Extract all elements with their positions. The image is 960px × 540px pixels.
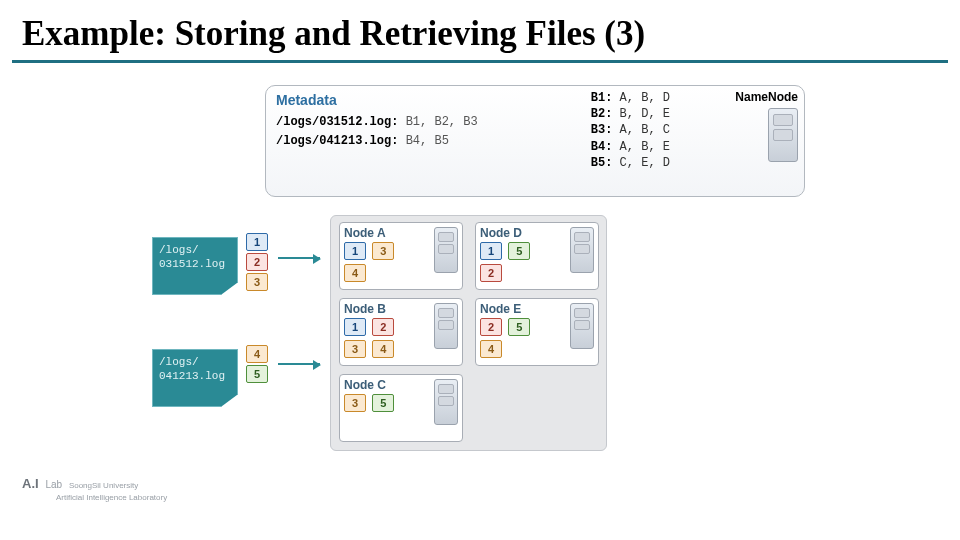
title-divider: [12, 60, 948, 63]
diagram-area: Metadata /logs/031512.log: B1, B2, B3 /l…: [0, 67, 960, 497]
block-chip: 3: [372, 242, 394, 260]
node-d: Node D 1 5 2: [475, 222, 599, 290]
block-chip: 2: [480, 264, 502, 282]
block-chip: 5: [508, 318, 530, 336]
footer-univ: SoongSil University: [69, 481, 138, 490]
file-blocks: B4, B5: [406, 134, 449, 148]
arrow-icon: [278, 363, 320, 365]
file-line: /logs/: [159, 356, 231, 370]
node-row: 1 2: [344, 318, 458, 340]
node-row: 1 5: [480, 242, 594, 264]
input-file-1: /logs/ 031512.log: [152, 237, 238, 295]
block-4: 4: [246, 345, 268, 363]
node-row: 4: [344, 264, 458, 286]
block-5: 5: [246, 365, 268, 383]
server-icon: [768, 108, 798, 162]
block-chip: 1: [344, 318, 366, 336]
node-e: Node E 2 5 4: [475, 298, 599, 366]
node-row: 4: [480, 340, 594, 362]
node-a: Node A 1 3 4: [339, 222, 463, 290]
node-row: 2 5: [480, 318, 594, 340]
block-chip: 4: [480, 340, 502, 358]
file-path: /logs/041213.log:: [276, 134, 398, 148]
file-line: 041213.log: [159, 370, 231, 384]
block-replica-map: B1: A, B, D B2: B, D, E B3: A, B, C B4: …: [591, 90, 670, 171]
block-chip: 2: [372, 318, 394, 336]
lab-footer: A.I Lab SoongSil University Artificial I…: [22, 476, 167, 502]
arrow-icon: [278, 257, 320, 259]
block-chip: 2: [480, 318, 502, 336]
node-row: 1 3: [344, 242, 458, 264]
node-b: Node B 1 2 3 4: [339, 298, 463, 366]
block-3: 3: [246, 273, 268, 291]
block-chip: 3: [344, 394, 366, 412]
page-title: Example: Storing and Retrieving Files (3…: [0, 0, 960, 60]
input-file-2: /logs/ 041213.log: [152, 349, 238, 407]
file-path: /logs/031512.log:: [276, 115, 398, 129]
file-line: 031512.log: [159, 258, 231, 272]
file-line: /logs/: [159, 244, 231, 258]
node-c: Node C 3 5: [339, 374, 463, 442]
footer-brand: A.I: [22, 476, 39, 491]
node-row: 2: [480, 264, 594, 286]
block-chip: 4: [372, 340, 394, 358]
block-2: 2: [246, 253, 268, 271]
footer-lab: Lab: [45, 479, 62, 490]
namenode-area: NameNode: [678, 90, 798, 162]
node-row: 3 4: [344, 340, 458, 362]
footer-lab-full: Artificial Intelligence Laboratory: [56, 493, 167, 502]
block-chip: 3: [344, 340, 366, 358]
block-chip: 4: [344, 264, 366, 282]
namenode-label: NameNode: [678, 90, 798, 104]
datanodes-panel: Node A 1 3 4 Node B 1 2 3 4 Node C: [330, 215, 607, 451]
block-chip: 5: [372, 394, 394, 412]
block-chip: 5: [508, 242, 530, 260]
file-blocks: B1, B2, B3: [406, 115, 478, 129]
block-chip: 1: [344, 242, 366, 260]
block-chip: 1: [480, 242, 502, 260]
metadata-panel: Metadata /logs/031512.log: B1, B2, B3 /l…: [265, 85, 805, 197]
block-1: 1: [246, 233, 268, 251]
node-row: 3 5: [344, 394, 458, 416]
